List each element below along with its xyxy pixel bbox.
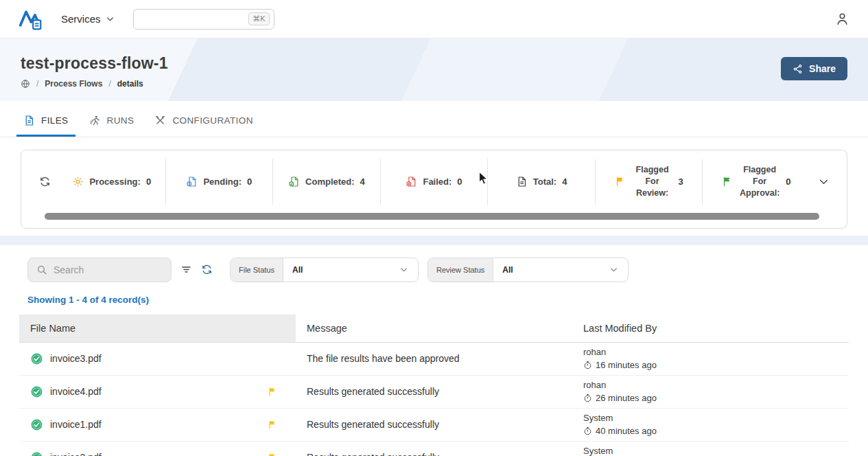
check-circle-icon: [30, 352, 43, 365]
file-status-label: File Status: [231, 258, 283, 282]
tab-label: FILES: [41, 115, 69, 126]
file-error-icon: [406, 176, 417, 187]
stat-completed: Completed: 4: [273, 159, 381, 205]
file-name: invoice1.pdf: [50, 419, 102, 430]
check-circle-icon: [30, 418, 43, 431]
breadcrumb-details: details: [117, 79, 143, 89]
table-row[interactable]: invoice3.pdf The file results have been …: [19, 343, 849, 376]
global-search-input[interactable]: [141, 14, 249, 24]
clock-icon: [583, 394, 592, 402]
refresh-list-button[interactable]: [201, 264, 213, 275]
share-button[interactable]: Share: [781, 57, 847, 80]
stat-value: 0: [146, 176, 151, 187]
review-status-select[interactable]: Review Status All: [427, 258, 629, 282]
modified-by: rohan: [583, 345, 838, 359]
stat-value: 0: [786, 176, 790, 187]
app-logo[interactable]: [18, 6, 43, 32]
page-header: test-process-flow-1 / Process Flows / de…: [0, 38, 868, 101]
table-row[interactable]: invoice1.pdf Results generated successfu…: [19, 409, 849, 442]
gear-icon: [72, 176, 84, 187]
column-header-last-modified-by[interactable]: Last Modified By: [572, 315, 849, 342]
collapse-stats-button[interactable]: [810, 159, 837, 205]
modified-by: rohan: [583, 378, 838, 392]
stat-label: Pending:: [203, 176, 242, 187]
file-message: The file results have been approved: [296, 353, 572, 364]
refresh-icon: [201, 264, 213, 275]
clock-icon: [583, 426, 592, 435]
stat-total: Total: 4: [488, 159, 596, 205]
file-message: Results generated successfully: [296, 419, 572, 430]
share-icon: [793, 64, 803, 74]
table-row[interactable]: invoice2.pdf Results generated successfu…: [19, 442, 849, 456]
refresh-stats-button[interactable]: [31, 159, 58, 205]
breadcrumb: / Process Flows / details: [21, 79, 847, 89]
filter-button[interactable]: [180, 264, 192, 275]
globe-icon[interactable]: [21, 79, 30, 89]
tools-icon: [154, 115, 166, 126]
stat-value: 0: [457, 176, 462, 187]
tab-label: CONFIGURATION: [172, 115, 253, 126]
file-pending-icon: [186, 176, 198, 187]
tab-runs[interactable]: RUNS: [82, 105, 141, 137]
file-name: invoice4.pdf: [50, 386, 102, 397]
flag-icon: [615, 176, 626, 187]
services-label: Services: [61, 13, 101, 25]
filter-toolbar: File Status All Review Status All: [0, 258, 868, 282]
file-search-box[interactable]: [27, 258, 172, 282]
chevron-down-icon: [609, 264, 619, 275]
stat-value: 4: [360, 176, 365, 187]
flag-icon: [268, 420, 278, 430]
file-status-select[interactable]: File Status All: [230, 258, 419, 282]
last-modified: rohan 26 minutes ago: [572, 376, 849, 408]
stat-label: Total:: [533, 176, 556, 187]
stat-flagged-for-approval: Flagged For Approval: 0: [703, 159, 810, 205]
stat-label: Flagged For Review:: [632, 164, 673, 199]
file-name: invoice3.pdf: [50, 353, 102, 364]
stat-value: 0: [247, 176, 252, 187]
last-modified: System 40 minutes ago: [572, 409, 849, 441]
stat-label: Flagged For Approval:: [739, 164, 780, 199]
file-icon: [516, 176, 528, 187]
file-check-icon: [288, 176, 300, 187]
stat-failed: Failed: 0: [381, 159, 489, 205]
flag-icon: [268, 387, 278, 397]
stat-label: Processing:: [89, 176, 140, 187]
modified-by: System: [583, 411, 838, 425]
services-menu[interactable]: Services: [61, 13, 115, 25]
column-header-file-name[interactable]: File Name: [19, 315, 296, 342]
user-profile-button[interactable]: [834, 11, 850, 27]
global-search-box[interactable]: ⌘K: [133, 9, 274, 30]
check-circle-icon: [30, 385, 43, 398]
breadcrumb-separator: /: [36, 79, 38, 89]
file-message: Results generated successfully: [296, 386, 572, 397]
stat-processing: Processing: 0: [58, 159, 166, 205]
breadcrumb-process-flows[interactable]: Process Flows: [45, 79, 102, 89]
stat-label: Completed:: [305, 176, 355, 187]
file-search-input[interactable]: [54, 264, 163, 275]
runner-icon: [89, 115, 101, 126]
tab-files[interactable]: FILES: [16, 105, 75, 137]
modified-ago: 16 minutes ago: [596, 358, 657, 372]
chevron-down-icon: [399, 264, 409, 275]
stat-pending: Pending: 0: [166, 159, 274, 205]
table-row[interactable]: invoice4.pdf Results generated successfu…: [19, 376, 849, 409]
column-header-message[interactable]: Message: [296, 315, 572, 342]
stat-value: 3: [679, 176, 683, 187]
document-icon: [23, 115, 35, 126]
share-label: Share: [809, 63, 836, 74]
files-panel: File Status All Review Status All Showin…: [0, 245, 868, 456]
chevron-down-icon: [105, 14, 115, 24]
tabs-panel: FILES RUNS CONFIGURATION Processing:: [0, 101, 868, 236]
file-message: Results generated successfully: [296, 452, 572, 456]
review-status-label: Review Status: [428, 258, 493, 282]
modified-ago: 40 minutes ago: [596, 424, 657, 438]
last-modified: rohan 16 minutes ago: [572, 343, 849, 375]
tab-configuration[interactable]: CONFIGURATION: [148, 105, 259, 137]
last-modified: System 40 minutes ago: [572, 442, 849, 456]
clock-icon: [583, 361, 592, 369]
page-title: test-process-flow-1: [21, 54, 847, 73]
flag-icon: [722, 176, 734, 187]
modified-by: System: [583, 444, 838, 456]
flag-icon: [268, 453, 278, 456]
stats-horizontal-scrollbar[interactable]: [45, 213, 819, 220]
